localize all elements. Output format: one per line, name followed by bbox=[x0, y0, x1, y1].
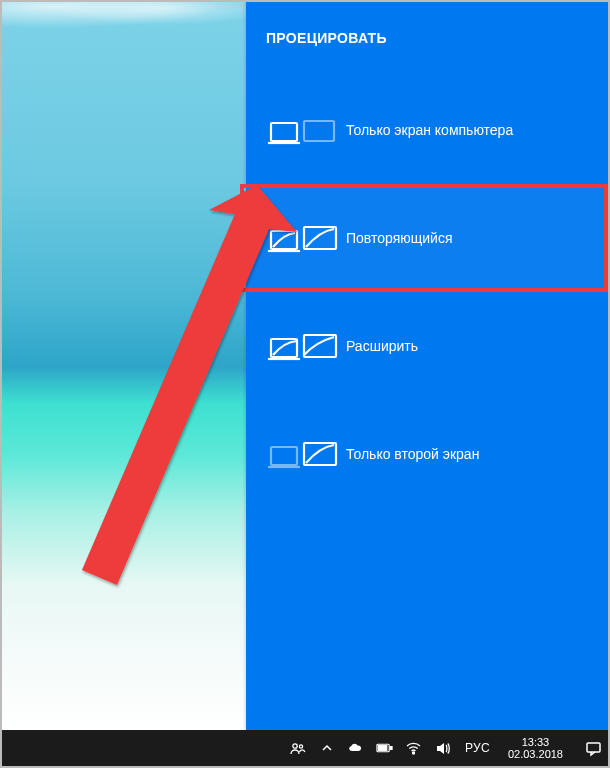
taskbar: РУС 13:33 02.03.2018 bbox=[2, 730, 608, 766]
volume-icon[interactable] bbox=[434, 740, 451, 757]
second-only-icon bbox=[268, 433, 346, 475]
action-center-icon[interactable] bbox=[585, 740, 602, 757]
date: 02.03.2018 bbox=[508, 748, 563, 760]
clock[interactable]: 13:33 02.03.2018 bbox=[504, 736, 567, 760]
svg-rect-9 bbox=[271, 447, 297, 465]
svg-rect-0 bbox=[271, 123, 297, 141]
desktop-wallpaper bbox=[2, 2, 248, 732]
pc-only-icon bbox=[268, 109, 346, 151]
project-option-duplicate[interactable]: Повторяющийся bbox=[240, 184, 608, 292]
svg-rect-2 bbox=[304, 121, 334, 141]
svg-rect-19 bbox=[587, 743, 600, 752]
onedrive-icon[interactable] bbox=[347, 740, 364, 757]
time: 13:33 bbox=[522, 736, 550, 748]
option-label: Расширить bbox=[346, 338, 608, 354]
project-option-second-only[interactable]: Только второй экран bbox=[246, 400, 608, 508]
chevron-up-icon[interactable] bbox=[318, 740, 335, 757]
svg-point-13 bbox=[293, 743, 297, 747]
svg-point-18 bbox=[413, 752, 415, 754]
project-panel: ПРОЕЦИРОВАТЬ Только экран компьютера bbox=[246, 2, 608, 732]
language-indicator[interactable]: РУС bbox=[463, 741, 492, 755]
wifi-icon[interactable] bbox=[405, 740, 422, 757]
svg-rect-16 bbox=[390, 747, 392, 750]
svg-rect-17 bbox=[378, 746, 387, 751]
svg-point-14 bbox=[299, 744, 302, 747]
option-label: Только экран компьютера bbox=[346, 122, 608, 138]
battery-icon[interactable] bbox=[376, 740, 393, 757]
panel-title: ПРОЕЦИРОВАТЬ bbox=[246, 30, 608, 76]
people-icon[interactable] bbox=[289, 740, 306, 757]
project-option-extend[interactable]: Расширить bbox=[246, 292, 608, 400]
system-tray: РУС 13:33 02.03.2018 bbox=[289, 736, 602, 760]
option-label: Только второй экран bbox=[346, 446, 608, 462]
project-option-pc-only[interactable]: Только экран компьютера bbox=[246, 76, 608, 184]
extend-icon bbox=[268, 325, 346, 367]
option-label: Повторяющийся bbox=[346, 230, 604, 246]
duplicate-icon bbox=[268, 217, 346, 259]
